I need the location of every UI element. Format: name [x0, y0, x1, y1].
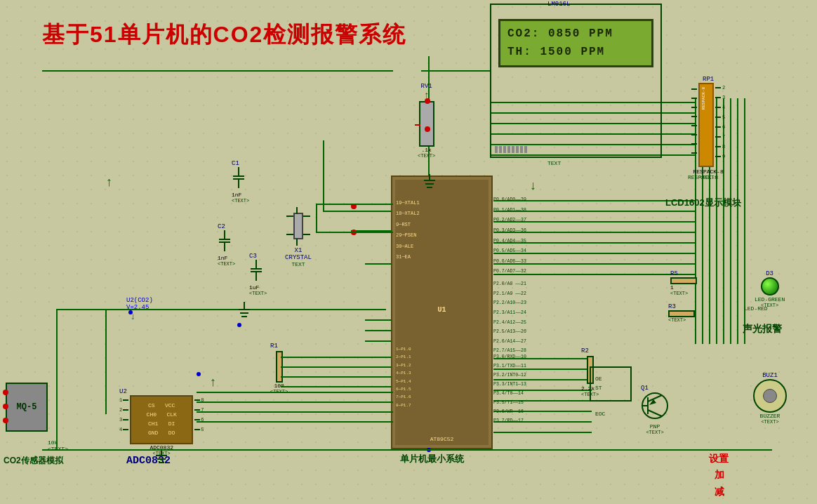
lcd-pin: [520, 146, 523, 153]
junction-dot-blue: [237, 323, 241, 327]
sub-label-area: 减: [715, 486, 724, 498]
lcd-screen: CO2: 0850 PPM TH: 1500 PPM: [498, 19, 653, 67]
p3-port-labels: P3.0/RXD──10 P3.1/TXD──11 P3.2/INT0─12 P…: [493, 352, 526, 425]
c2-id: C2: [218, 223, 235, 230]
wire: [730, 98, 731, 344]
q1-id: Q1: [641, 385, 669, 392]
junction-dot: [425, 98, 430, 104]
buzzer-part: BUZZER: [753, 413, 787, 419]
p0-port-labels: P0.0/AD0──39 P0.1/AD1──38 P0.2/AD2──37 P…: [493, 195, 526, 277]
c1-capacitor: C1 1nF <TEXT>: [232, 160, 249, 204]
lcd-pin: [495, 146, 498, 153]
lcd-pin: [524, 146, 527, 153]
add-label-area: 加: [715, 469, 724, 482]
chip-left-pins: 19─XTAL1 18─XTAL2 9─RST 29─PSEN 30─ALE 3…: [396, 198, 420, 263]
chip-id: U1: [437, 306, 446, 314]
r3-resistor: R3 <TEXT>: [668, 303, 695, 323]
crystal-text: TEXT: [281, 261, 316, 267]
wire: [365, 330, 391, 331]
d3-id: D3: [755, 270, 785, 277]
wire: [105, 309, 107, 414]
add-label: 加: [715, 469, 724, 482]
wire: [316, 204, 317, 232]
circuit-diagram: 基于51单片机的CO2检测报警系统: [0, 0, 817, 504]
c2-value: 1nF: [218, 255, 235, 261]
wire: [56, 309, 386, 310]
wire: [323, 211, 393, 212]
buzzer: BUZ1 BUZZER <TEXT>: [753, 372, 787, 425]
led-green-d3: D3 LED-GREEN <TEXT>: [755, 270, 785, 308]
buz-id: BUZ1: [753, 372, 787, 379]
wire: [365, 263, 391, 265]
lcd-pin: [503, 146, 506, 153]
rv1-id: RV1: [418, 83, 435, 90]
led-color-label: LED-GREEN: [755, 296, 785, 303]
lcd-pin-row: [495, 146, 527, 153]
q1-transistor: Q1 PNP <TEXT>: [641, 385, 669, 435]
sub-label: 减: [715, 486, 724, 498]
c1-id: C1: [232, 160, 249, 167]
c1-value: 1nF: [232, 192, 249, 198]
red-dot: [3, 390, 8, 395]
r5-id: R5: [670, 270, 697, 277]
u2-name: U2(CO2): [126, 297, 153, 304]
ground-2: [156, 449, 167, 463]
r2-id: R2: [581, 347, 599, 354]
vcc-arrow-2: ↑: [105, 175, 113, 190]
c3-id: C3: [249, 253, 267, 260]
led-body: [761, 277, 779, 296]
u2-annotation: U2(CO2) V=2.45 ↓: [126, 297, 153, 322]
crystal-id: X1: [281, 247, 316, 254]
r3-body: [668, 310, 695, 317]
transistor-symbol: [641, 392, 669, 420]
wire: [197, 402, 393, 403]
r3-id: R3: [668, 303, 695, 310]
eoc-label: EOC: [595, 411, 605, 417]
chip-part: AT89C52: [430, 436, 454, 442]
wire: [197, 392, 393, 393]
rv1-value: .1k: [418, 147, 435, 153]
led-red-label: LED-RED: [744, 305, 768, 312]
adc0832-chip: U2(CO2) V=2.45 ↓ U2 1 2 3 4 CS VCC CH0 C…: [119, 388, 204, 456]
c2-capacitor: C2 1nF <TEXT>: [218, 223, 235, 267]
rp1-pack: RP1 RESPACK-8 2 3 4 5 6: [691, 76, 725, 180]
wire: [493, 432, 592, 433]
q1-type: PNP: [641, 423, 669, 430]
vcc-arrow-3: ↓: [529, 179, 537, 193]
vcc-arrow-1: ↑: [209, 376, 217, 390]
r5-resistor: R5 1 <TEXT>: [670, 270, 697, 296]
adc-id: U2: [119, 388, 204, 395]
set-label: 设置: [709, 453, 729, 465]
lcd-row2: TH: 1500 PPM: [507, 44, 644, 62]
wire: [316, 232, 393, 233]
settings-area: 设置: [709, 453, 729, 465]
ground-1: [239, 302, 250, 317]
wire: [281, 386, 391, 387]
mq5-sensor: MQ-5: [6, 383, 48, 432]
red-dot: [3, 418, 8, 423]
wire: [365, 319, 391, 321]
ground-bus: [42, 449, 772, 451]
wire: [56, 309, 58, 449]
wire: [281, 376, 391, 378]
at89c52-chip: U1 19─XTAL1 18─XTAL2 9─RST 29─PSEN 30─AL…: [391, 175, 493, 449]
lcd1602-module: LCD1 LM016L CO2: 0850 PPM TH: 1500 PPM T…: [490, 4, 662, 158]
wire: [197, 411, 393, 413]
lcd-row1: CO2: 0850 PPM: [507, 25, 644, 44]
crystal-component: X1 CRYSTAL TEXT: [281, 207, 316, 267]
wire: [197, 421, 393, 423]
r1-id: R1: [270, 343, 288, 350]
wire: [281, 357, 391, 358]
page-title: 基于51单片机的CO2检测报警系统: [42, 20, 406, 51]
chip-p1-pins: 1─P1.0 2─P1.1 3─P1.2 4─P1.3 5─P1.4 6─P1.…: [396, 345, 411, 409]
p2-port-labels: P2.0/A8 ──21 P2.1/A9 ──22 P2.2/A10──23 P…: [493, 279, 526, 356]
r5-body: [670, 277, 697, 284]
mq5-id: MQ-5: [17, 402, 37, 412]
mcu-label: 单片机最小系统: [400, 453, 464, 465]
r5-value: 1: [670, 284, 697, 291]
svg-line-3: [648, 395, 662, 402]
wire: [42, 70, 393, 72]
lcd1602-annotation: LCD1602显示模块: [665, 197, 741, 209]
junction-dot: [425, 126, 430, 132]
wire: [365, 340, 391, 342]
